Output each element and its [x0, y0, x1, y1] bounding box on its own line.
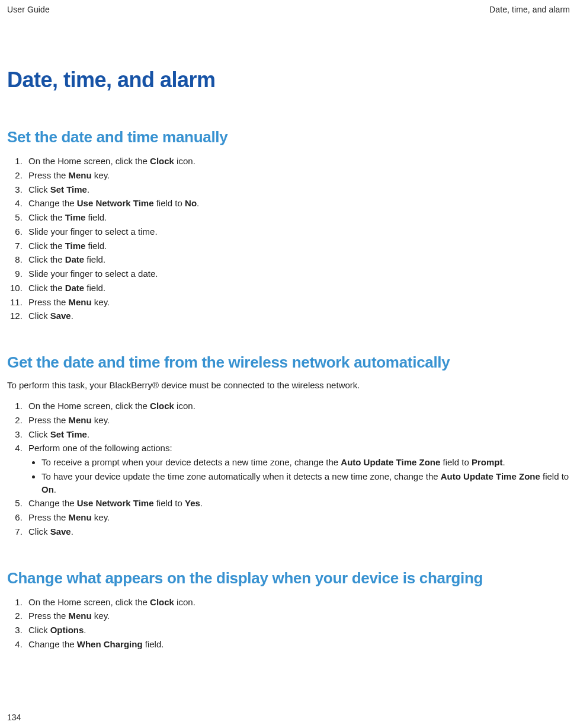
- section3-heading: Change what appears on the display when …: [7, 569, 570, 587]
- section-get-date-time-network: Get the date and time from the wireless …: [7, 353, 570, 538]
- section1-step: Click Save.: [25, 309, 570, 323]
- page-number: 134: [7, 713, 21, 722]
- section3-step: On the Home screen, click the Clock icon…: [25, 596, 570, 609]
- section1-step: Click the Time field.: [25, 211, 570, 224]
- section1-step: Click the Date field.: [25, 253, 570, 266]
- section3-steps: On the Home screen, click the Clock icon…: [7, 596, 570, 651]
- section1-step: Click Set Time.: [25, 183, 570, 196]
- section1-heading: Set the date and time manually: [7, 128, 570, 146]
- section1-steps: On the Home screen, click the Clock icon…: [7, 155, 570, 323]
- page-container: User Guide Date, time, and alarm Date, t…: [0, 0, 577, 728]
- section1-step: Slide your finger to select a date.: [25, 267, 570, 280]
- section3-step: Press the Menu key.: [25, 609, 570, 622]
- section2-step: Click Set Time.: [25, 428, 570, 441]
- section2-intro: To perform this task, your BlackBerry® d…: [7, 380, 570, 390]
- header-right: Date, time, and alarm: [489, 5, 570, 14]
- section3-step: Change the When Charging field.: [25, 638, 570, 651]
- section-charging-display: Change what appears on the display when …: [7, 569, 570, 651]
- section2-step: Press the Menu key.: [25, 414, 570, 427]
- section1-step: Press the Menu key.: [25, 169, 570, 182]
- section2-step: Perform one of the following actions: To…: [25, 442, 570, 496]
- section2-step: Change the Use Network Time field to Yes…: [25, 497, 570, 510]
- section2-bullet: To receive a prompt when your device det…: [41, 456, 570, 469]
- section1-step: Press the Menu key.: [25, 296, 570, 309]
- section1-step: On the Home screen, click the Clock icon…: [25, 155, 570, 168]
- section2-step: Press the Menu key.: [25, 511, 570, 524]
- section1-step: Slide your finger to select a time.: [25, 225, 570, 238]
- section2-heading: Get the date and time from the wireless …: [7, 353, 570, 372]
- section2-bullet: To have your device update the time zone…: [41, 470, 570, 496]
- section1-step: Change the Use Network Time field to No.: [25, 197, 570, 210]
- section2-steps: On the Home screen, click the Clock icon…: [7, 400, 570, 538]
- section-set-date-time-manually: Set the date and time manually On the Ho…: [7, 128, 570, 323]
- section1-step: Click the Time field.: [25, 240, 570, 253]
- section2-step: Click Save.: [25, 525, 570, 538]
- section3-step: Click Options.: [25, 624, 570, 637]
- section2-substeps: To receive a prompt when your device det…: [28, 456, 570, 496]
- header-left: User Guide: [7, 5, 50, 14]
- page-title: Date, time, and alarm: [7, 68, 570, 92]
- section2-step: On the Home screen, click the Clock icon…: [25, 400, 570, 413]
- section1-step: Click the Date field.: [25, 282, 570, 295]
- page-header: User Guide Date, time, and alarm: [7, 5, 570, 14]
